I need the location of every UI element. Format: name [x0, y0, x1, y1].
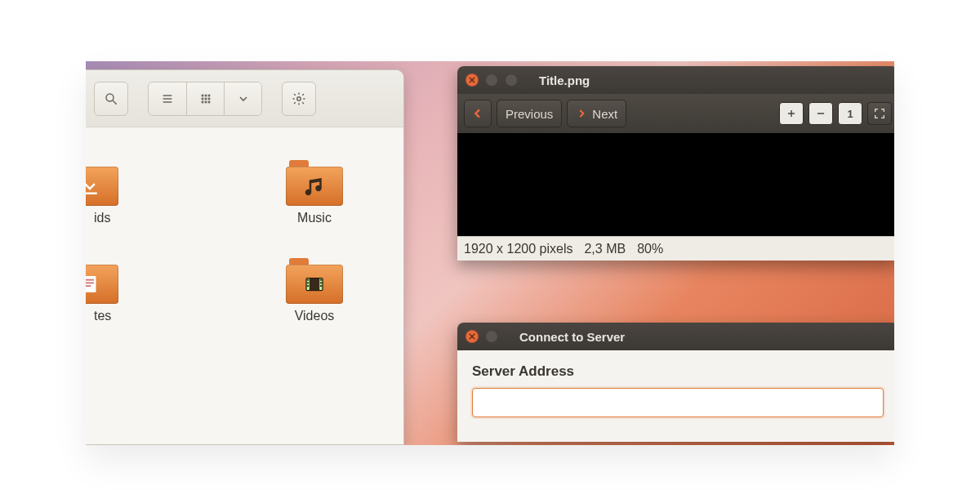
status-zoom: 80%	[637, 242, 663, 256]
server-address-input[interactable]	[472, 388, 884, 417]
svg-rect-11	[201, 100, 203, 103]
minus-icon	[815, 108, 826, 119]
svg-rect-12	[204, 100, 207, 103]
image-viewer-window: Title.png Previous Next 1	[457, 66, 894, 261]
previous-icon-button[interactable]	[464, 100, 492, 127]
folder-downloads[interactable]: ids	[102, 160, 200, 225]
image-viewer-canvas[interactable]	[457, 133, 894, 236]
window-minimize-button[interactable]	[485, 74, 498, 87]
view-options-button[interactable]	[224, 82, 261, 115]
svg-rect-15	[86, 193, 97, 195]
window-title: Title.png	[539, 74, 590, 87]
search-icon	[104, 91, 118, 106]
plus-icon	[786, 108, 797, 119]
status-filesize: 2,3 MB	[584, 242, 626, 256]
fit-button[interactable]	[867, 102, 892, 125]
svg-rect-16	[86, 276, 96, 292]
window-maximize-button[interactable]	[505, 74, 518, 87]
view-grid-button[interactable]	[186, 82, 224, 115]
one-icon: 1	[847, 108, 853, 120]
svg-rect-7	[207, 94, 210, 96]
window-close-button[interactable]	[466, 74, 479, 87]
svg-rect-29	[320, 285, 323, 287]
next-button[interactable]: Next	[567, 100, 626, 127]
svg-line-1	[113, 100, 117, 105]
window-maximize-button[interactable]	[485, 330, 498, 343]
svg-rect-25	[307, 283, 310, 284]
folder-label: tes	[94, 309, 111, 323]
svg-rect-6	[204, 94, 207, 96]
previous-label: Previous	[506, 107, 553, 121]
server-address-label: Server Address	[472, 363, 884, 380]
fit-icon	[873, 107, 886, 120]
status-dimensions: 1920 x 1200 pixels	[464, 242, 572, 256]
zoom-out-button[interactable]	[808, 102, 833, 125]
folder-icon	[286, 258, 343, 304]
svg-rect-8	[201, 97, 203, 100]
folder-music[interactable]: Music	[241, 160, 388, 225]
music-icon	[302, 174, 327, 198]
file-manager-body: ids Music tes Videos	[86, 127, 403, 356]
file-manager-window: ids Music tes Videos	[86, 69, 404, 445]
svg-point-0	[106, 94, 114, 101]
folder-label: ids	[94, 211, 110, 225]
next-label: Next	[592, 107, 617, 121]
video-icon	[302, 272, 327, 296]
image-viewer-toolbar: Previous Next 1	[457, 94, 894, 133]
svg-rect-9	[204, 97, 207, 100]
settings-button[interactable]	[282, 82, 316, 116]
folder-label: Music	[297, 211, 332, 225]
close-icon	[469, 333, 475, 340]
close-icon	[469, 77, 475, 83]
template-icon	[86, 272, 102, 296]
svg-point-14	[297, 96, 301, 100]
download-icon	[86, 174, 102, 198]
svg-rect-10	[207, 97, 210, 100]
view-mode-group	[148, 82, 262, 116]
svg-rect-19	[86, 285, 91, 287]
svg-rect-17	[86, 279, 94, 281]
connect-server-titlebar[interactable]: Connect to Server	[457, 323, 894, 350]
folder-icon	[86, 160, 118, 206]
folder-icon	[286, 160, 343, 206]
chevron-down-icon	[237, 92, 250, 105]
svg-rect-28	[320, 283, 323, 284]
previous-button[interactable]: Previous	[497, 100, 562, 127]
normal-size-button[interactable]: 1	[838, 102, 862, 125]
svg-rect-26	[307, 285, 310, 287]
folder-icon	[86, 258, 118, 304]
svg-rect-18	[86, 283, 94, 284]
svg-rect-27	[320, 279, 323, 281]
zoom-in-button[interactable]	[779, 102, 804, 125]
view-list-button[interactable]	[149, 82, 186, 115]
folder-videos[interactable]: Videos	[241, 258, 388, 323]
window-close-button[interactable]	[466, 330, 479, 343]
image-viewer-titlebar[interactable]: Title.png	[457, 66, 894, 94]
svg-rect-5	[201, 94, 203, 96]
connect-server-body: Server Address	[457, 350, 894, 442]
grid-icon	[199, 92, 212, 105]
gear-icon	[292, 91, 306, 106]
chevron-left-icon	[471, 107, 484, 120]
list-icon	[161, 92, 174, 105]
folder-templates[interactable]: tes	[102, 258, 200, 323]
chevron-right-icon	[576, 108, 587, 119]
folder-label: Videos	[295, 309, 335, 323]
window-title: Connect to Server	[519, 330, 625, 344]
search-button[interactable]	[94, 82, 128, 116]
image-viewer-statusbar: 1920 x 1200 pixels 2,3 MB 80%	[457, 236, 894, 261]
svg-rect-13	[207, 100, 210, 103]
file-manager-toolbar	[86, 70, 403, 127]
svg-rect-24	[307, 279, 310, 281]
connect-server-window: Connect to Server Server Address	[457, 323, 894, 442]
